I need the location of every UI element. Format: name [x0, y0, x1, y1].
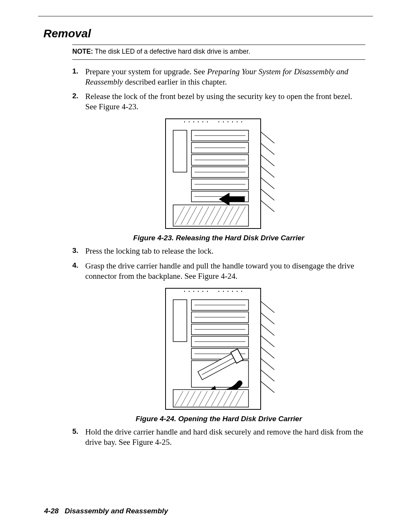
figure-4-23-caption: Figure 4-23. Releasing the Hard Disk Dri… [72, 234, 365, 242]
svg-line-51 [261, 358, 274, 370]
svg-line-7 [261, 200, 274, 212]
svg-point-16 [228, 121, 229, 123]
svg-line-47 [261, 313, 274, 324]
step-5: 5. Hold the drive carrier handle and har… [72, 427, 365, 447]
svg-point-57 [198, 291, 199, 292]
step-text: Release the lock of the front bezel by u… [85, 92, 352, 111]
step-list-3: 5. Hold the drive carrier handle and har… [72, 427, 365, 447]
svg-point-65 [241, 291, 242, 292]
step-list: 1. Prepare your system for upgrade. See … [72, 67, 365, 112]
svg-line-46 [261, 301, 274, 313]
page: Removal NOTE: The disk LED of a defectiv… [0, 0, 411, 532]
figure-4-23 [72, 117, 365, 232]
step-2: 2. Release the lock of the front bezel b… [72, 91, 365, 112]
content-block: NOTE: The disk LED of a defective hard d… [72, 45, 365, 447]
step-text-pre: Prepare your system for upgrade. See [85, 67, 207, 76]
step-1: 1. Prepare your system for upgrade. See … [72, 67, 365, 87]
step-number: 1. [72, 67, 78, 76]
svg-line-5 [261, 177, 274, 189]
svg-line-1 [261, 132, 274, 143]
svg-line-52 [261, 370, 274, 381]
note-text: The disk LED of a defective hard disk dr… [95, 48, 250, 55]
svg-rect-66 [173, 300, 187, 342]
step-4: 4. Grasp the drive carrier handle and pu… [72, 261, 365, 281]
note-label: NOTE: [72, 48, 93, 55]
svg-point-56 [193, 291, 194, 292]
svg-point-15 [223, 121, 224, 123]
step-text: Press the locking tab to release the loc… [85, 246, 213, 256]
svg-point-19 [241, 121, 242, 123]
note-box: NOTE: The disk LED of a defective hard d… [72, 45, 365, 60]
svg-point-63 [232, 291, 233, 292]
svg-point-13 [207, 121, 208, 123]
svg-point-18 [237, 121, 238, 123]
svg-line-48 [261, 324, 274, 335]
svg-line-4 [261, 166, 274, 177]
figure-4-24-caption: Figure 4-24. Opening the Hard Disk Drive… [72, 415, 365, 423]
svg-rect-20 [173, 130, 187, 172]
step-text-post: described earlier in this chapter. [123, 77, 227, 86]
svg-line-2 [261, 143, 274, 155]
svg-line-49 [261, 335, 274, 347]
page-number: 4-28 [44, 507, 59, 515]
page-footer: 4-28Disassembly and Reassembly [44, 507, 168, 515]
svg-point-59 [207, 291, 208, 292]
figure-4-24 [72, 286, 365, 413]
top-rule [38, 16, 373, 16]
section-title: Removal [43, 27, 373, 40]
svg-point-8 [184, 121, 185, 123]
svg-point-55 [189, 291, 190, 292]
svg-point-11 [198, 121, 199, 123]
svg-point-12 [202, 121, 204, 123]
svg-point-10 [193, 121, 194, 123]
svg-line-53 [261, 381, 274, 393]
footer-title: Disassembly and Reassembly [65, 507, 168, 515]
step-text: Grasp the drive carrier handle and pull … [85, 261, 354, 281]
step-number: 5. [72, 427, 78, 436]
svg-point-61 [223, 291, 224, 292]
svg-point-60 [218, 291, 220, 292]
svg-point-64 [237, 291, 238, 292]
step-number: 2. [72, 91, 78, 101]
step-number: 3. [72, 246, 78, 255]
svg-point-62 [228, 291, 229, 292]
step-3: 3. Press the locking tab to release the … [72, 246, 365, 256]
svg-point-54 [184, 291, 185, 292]
svg-point-9 [189, 121, 190, 123]
svg-line-50 [261, 347, 274, 358]
drive-carrier-illustration-icon [162, 117, 276, 231]
svg-point-14 [218, 121, 220, 123]
svg-point-17 [232, 121, 233, 123]
step-list-2: 3. Press the locking tab to release the … [72, 246, 365, 281]
svg-rect-33 [173, 205, 249, 226]
svg-line-3 [261, 155, 274, 166]
step-text: Hold the drive carrier handle and hard d… [85, 427, 363, 447]
svg-line-6 [261, 189, 274, 200]
drive-carrier-open-illustration-icon [162, 286, 276, 412]
svg-point-58 [202, 291, 204, 292]
step-number: 4. [72, 261, 78, 270]
